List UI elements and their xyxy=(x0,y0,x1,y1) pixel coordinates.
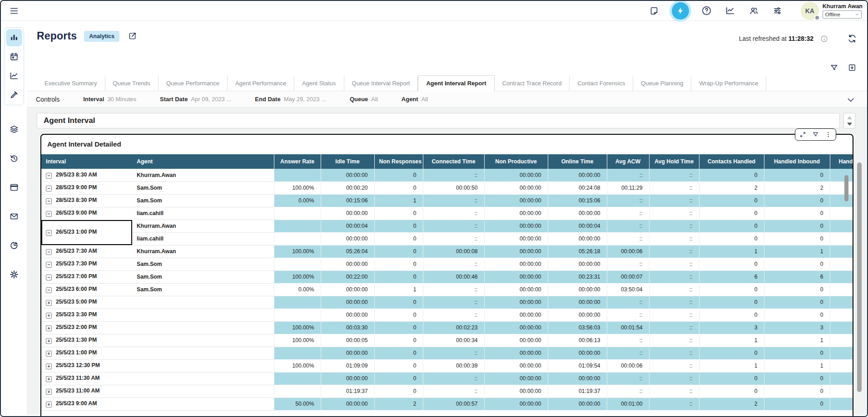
agent-status-select[interactable]: Offline xyxy=(823,10,862,19)
agent-cell[interactable] xyxy=(132,296,274,309)
tab-queue-trends[interactable]: Queue Trends xyxy=(105,76,159,91)
tab-agent-interval-report[interactable]: Agent Interval Report xyxy=(418,75,494,91)
column-header-non-productive[interactable]: Non Productive xyxy=(484,154,548,169)
agent-cell[interactable] xyxy=(132,347,274,359)
agent-cell[interactable] xyxy=(132,309,274,321)
sidebar-item-metrics[interactable] xyxy=(6,67,22,84)
collapse-row-button[interactable]: − xyxy=(46,275,52,280)
column-header-avg-hold-time[interactable]: Avg Hold Time xyxy=(649,154,699,169)
collapse-row-button[interactable]: − xyxy=(46,186,52,191)
interval-cell[interactable]: +25/5/23 2:00 PM xyxy=(41,321,132,334)
interval-cell[interactable]: −25/5/23 7:30 PM xyxy=(41,258,132,270)
expand-row-button[interactable]: + xyxy=(46,389,52,395)
expand-row-button[interactable]: + xyxy=(46,325,52,331)
collapse-row-button[interactable]: − xyxy=(46,230,52,236)
tab-agent-performance[interactable]: Agent Performance xyxy=(228,76,294,91)
avatar[interactable]: KA xyxy=(801,2,819,20)
page-vertical-scrollbar[interactable] xyxy=(857,162,862,392)
sidebar-item-calendar[interactable] xyxy=(6,48,22,65)
refresh-icon[interactable] xyxy=(846,33,858,44)
filter-icon[interactable] xyxy=(829,63,839,73)
interval-cell[interactable]: −25/5/23 7:00 PM xyxy=(41,270,132,283)
sidebar-item-mail[interactable] xyxy=(6,208,22,225)
table-vertical-scrollbar[interactable] xyxy=(844,175,848,201)
column-header-avg-acw[interactable]: Avg ACW xyxy=(607,154,649,169)
agent-cell[interactable]: Sam.Som xyxy=(132,283,274,296)
interval-cell[interactable]: +25/5/23 5:00 PM xyxy=(41,296,132,309)
column-header-interval[interactable]: Interval xyxy=(41,154,132,169)
focus-mode-icon[interactable] xyxy=(799,131,806,138)
more-options-kebab-icon[interactable] xyxy=(825,131,832,138)
sidebar-item-settings[interactable] xyxy=(6,266,22,283)
expand-row-button[interactable]: + xyxy=(46,402,52,407)
interval-cell[interactable]: −29/5/23 8:30 AM xyxy=(41,169,132,182)
download-icon[interactable] xyxy=(847,63,857,73)
agent-cell[interactable] xyxy=(132,334,274,347)
filter-queue[interactable]: QueueAll xyxy=(350,96,378,103)
collapse-row-button[interactable]: − xyxy=(46,262,52,268)
interval-cell[interactable]: +25/5/23 3:30 PM xyxy=(41,309,132,321)
agent-cell[interactable] xyxy=(132,372,274,385)
collapse-row-button[interactable]: − xyxy=(46,249,52,255)
tab-contract-trace-record[interactable]: Contract Trace Record xyxy=(495,76,570,91)
column-header-agent[interactable]: Agent xyxy=(132,154,274,169)
filter-start-date[interactable]: Start DateApr 09, 2023 ... xyxy=(160,96,231,103)
agent-cell[interactable]: Khurram.Awan xyxy=(132,169,274,182)
interval-cell[interactable]: −26/5/23 1:00 PM xyxy=(41,220,132,245)
column-header-handled-inbound[interactable]: Handled Inbound xyxy=(764,154,830,169)
expand-row-button[interactable]: + xyxy=(46,363,52,369)
sidebar-item-history[interactable] xyxy=(6,150,22,167)
open-in-new-icon[interactable] xyxy=(127,30,139,42)
interval-cell[interactable]: −28/5/23 9:00 PM xyxy=(41,182,132,194)
tab-queue-planning[interactable]: Queue Planning xyxy=(633,76,691,91)
tab-queue-interval-report[interactable]: Queue Interval Report xyxy=(344,76,418,91)
column-header-idle-time[interactable]: Idle Time xyxy=(321,154,374,169)
interval-cell[interactable]: +25/5/23 9:00 AM xyxy=(41,397,132,410)
expand-row-button[interactable]: + xyxy=(46,313,52,319)
help-icon[interactable] xyxy=(701,5,713,17)
analytics-chart-icon[interactable] xyxy=(724,5,736,17)
agent-cell[interactable] xyxy=(132,385,274,397)
column-header-contacts-handled[interactable]: Contacts Handled xyxy=(699,154,764,169)
sidebar-item-customize[interactable] xyxy=(6,86,22,103)
tab-agent-status[interactable]: Agent Status xyxy=(294,76,344,91)
column-header-online-time[interactable]: Online Time xyxy=(548,154,607,169)
agent-cell[interactable]: Khurram.Awan xyxy=(132,245,274,258)
agent-cell[interactable] xyxy=(132,359,274,372)
sidebar-item-pie[interactable] xyxy=(6,237,22,254)
column-header-handled-outbound[interactable]: Handled Outbound xyxy=(830,154,853,169)
agent-cell[interactable]: Sam.Som xyxy=(132,182,274,194)
interval-cell[interactable]: +25/5/23 11:30 AM xyxy=(41,372,132,385)
controls-collapse-chevron-icon[interactable] xyxy=(846,95,855,104)
expand-row-button[interactable]: + xyxy=(46,376,52,382)
agent-cell[interactable]: Sam.Som xyxy=(132,270,274,283)
expand-row-button[interactable]: + xyxy=(46,351,52,357)
filter-agent[interactable]: AgentAll xyxy=(402,96,428,103)
interval-cell[interactable]: +25/5/23 12:30 PM xyxy=(41,359,132,372)
tab-wrap-up-performance[interactable]: Wrap-Up Performance xyxy=(691,76,766,91)
filter-end-date[interactable]: End DateMay 29, 2023 ... xyxy=(255,96,326,103)
interval-cell[interactable]: +25/5/23 11:00 AM xyxy=(41,385,132,397)
page-scroll-stepper[interactable] xyxy=(843,113,855,128)
info-icon[interactable] xyxy=(818,33,830,44)
hamburger-menu-icon[interactable] xyxy=(8,5,20,17)
tab-queue-performance[interactable]: Queue Performance xyxy=(159,76,228,91)
expand-row-button[interactable]: + xyxy=(46,300,52,306)
collapse-row-button[interactable]: − xyxy=(46,198,52,204)
column-header-answer-rate[interactable]: Answer Rate xyxy=(274,154,321,169)
agent-cell[interactable]: liam.cahill xyxy=(132,232,274,245)
settings-sliders-icon[interactable] xyxy=(772,5,784,17)
column-header-non-responses[interactable]: Non Responses xyxy=(374,154,423,169)
interval-cell[interactable]: +25/5/23 1:30 PM xyxy=(41,334,132,347)
agent-cell[interactable]: Khurram.Awan xyxy=(132,220,274,232)
agents-icon[interactable] xyxy=(748,5,760,17)
expand-row-button[interactable]: + xyxy=(46,338,52,344)
filter-interval[interactable]: Interval30 Minutes xyxy=(83,96,136,103)
agent-cell[interactable] xyxy=(132,321,274,334)
sidebar-item-layers[interactable] xyxy=(6,121,22,138)
visual-filter-icon[interactable] xyxy=(812,131,819,138)
agent-cell[interactable]: liam.cahill xyxy=(132,207,274,220)
interval-cell[interactable]: −25/5/23 6:00 PM xyxy=(41,283,132,296)
interval-cell[interactable]: −26/5/23 7:30 AM xyxy=(41,245,132,258)
column-header-connected-time[interactable]: Connected Time xyxy=(423,154,484,169)
